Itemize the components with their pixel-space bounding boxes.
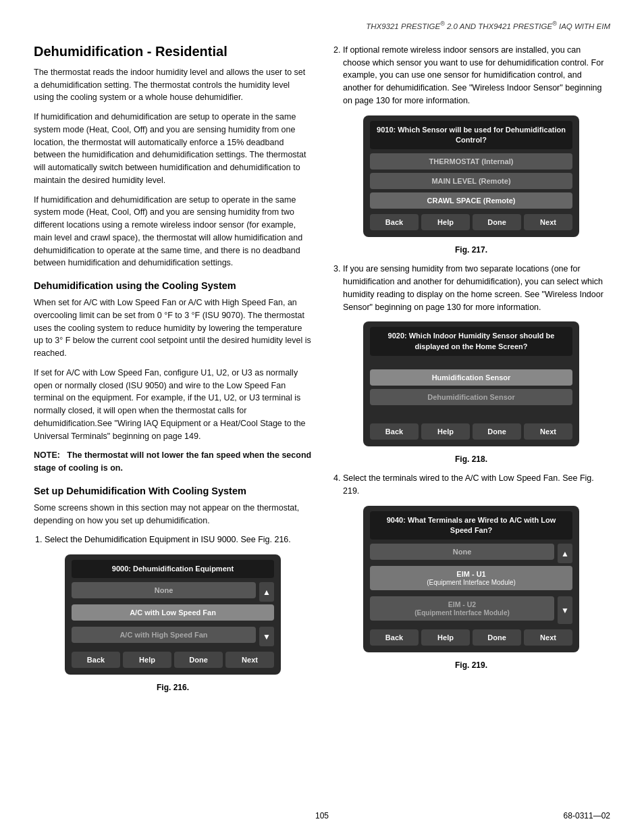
page-number: 105	[315, 811, 329, 820]
fig218-box: 9020: Which Indoor Humidity Sensor shoul…	[363, 321, 579, 446]
left-column: Dehumidification - Residential The therm…	[34, 44, 312, 701]
fig219-label: Fig. 219.	[332, 660, 610, 670]
note-text: NOTE: The thermostat will not lower the …	[34, 449, 312, 475]
fig216-item-high[interactable]: A/C with High Speed Fan	[72, 627, 256, 643]
fig219-item-none[interactable]: None	[370, 544, 554, 560]
page-header: THX9321 PRESTIGE® 2.0 AND THX9421 PRESTI…	[34, 20, 610, 30]
right-column: If optional remote wireless indoor senso…	[332, 44, 610, 701]
fig219-item-eim-u1[interactable]: EIM - U1(Equipment Interface Module)	[370, 566, 572, 590]
fig219-help-btn[interactable]: Help	[421, 629, 470, 646]
fig217-item-crawl[interactable]: CRAWL SPACE (Remote)	[370, 192, 572, 209]
fig219-scroll-row3: EIM - U2(Equipment Interface Module) ▼	[370, 596, 572, 624]
fig219-box: 9040: What Terminals are Wired to A/C wi…	[363, 506, 579, 653]
section2-intro: Some screens shown in this section may n…	[34, 502, 312, 527]
fig217-next-btn[interactable]: Next	[524, 214, 572, 230]
fig216-scroll-row3: A/C with High Speed Fan ▼	[72, 627, 274, 646]
fig216-box: 9000: Dehumidification Equipment None ▲ …	[65, 554, 281, 675]
fig216-scroll-row1: None ▲	[72, 582, 274, 602]
fig216-scroll: None ▲ A/C with Low Speed Fan A/C with H…	[72, 582, 274, 646]
fig217-item-thermo[interactable]: THERMOSTAT (Internal)	[370, 153, 572, 170]
steps-list: Select the Dehumidification Equipment in…	[34, 533, 312, 546]
body-para-3: If humidification and dehumidification a…	[34, 194, 312, 270]
fig218-next-btn[interactable]: Next	[524, 423, 572, 440]
fig217-help-btn[interactable]: Help	[421, 214, 470, 230]
header-title: THX9321 PRESTIGE® 2.0 AND THX9421 PRESTI…	[366, 22, 610, 30]
step3: If you are sensing humidity from two sep…	[343, 263, 610, 313]
right-steps-list-3: Select the terminals wired to the A/C wi…	[332, 472, 610, 498]
body-para-2: If humidification and dehumidification a…	[34, 111, 312, 187]
fig216-help-btn[interactable]: Help	[123, 652, 171, 668]
fig216-scroll-up[interactable]: ▲	[259, 582, 274, 602]
fig219-title: 9040: What Terminals are Wired to A/C wi…	[370, 511, 572, 540]
fig218-nav: Back Help Done Next	[370, 423, 572, 440]
fig219-scroll-up[interactable]: ▲	[558, 544, 572, 563]
fig216-item-low[interactable]: A/C with Low Speed Fan	[72, 604, 274, 621]
fig217-label: Fig. 217.	[332, 245, 610, 255]
fig219-back-btn[interactable]: Back	[370, 629, 419, 646]
fig216-back-btn[interactable]: Back	[72, 652, 120, 668]
fig216-nav: Back Help Done Next	[72, 652, 274, 668]
fig217-done-btn[interactable]: Done	[473, 214, 521, 230]
right-steps-list: If optional remote wireless indoor senso…	[332, 44, 610, 107]
step4: Select the terminals wired to the A/C wi…	[343, 472, 610, 498]
fig217-title: 9010: Which Sensor will be used for Dehu…	[370, 121, 572, 150]
section2-title: Set up Dehumidification With Cooling Sys…	[34, 486, 312, 496]
fig218-item-dehumidification[interactable]: Dehumidification Sensor	[370, 389, 572, 405]
fig216-label: Fig. 216.	[34, 683, 312, 692]
main-content: Dehumidification - Residential The therm…	[34, 44, 610, 701]
section1-para-2: If set for A/C with Low Speed Fan, confi…	[34, 367, 312, 443]
fig218-help-btn[interactable]: Help	[421, 423, 470, 440]
fig216-next-btn[interactable]: Next	[225, 652, 274, 668]
fig216-scroll-down[interactable]: ▼	[259, 627, 274, 646]
fig219-next-btn[interactable]: Next	[524, 629, 572, 646]
fig219-nav: Back Help Done Next	[370, 629, 572, 646]
fig216-title: 9000: Dehumidification Equipment	[72, 560, 274, 578]
fig217-box: 9010: Which Sensor will be used for Dehu…	[363, 115, 579, 238]
fig219-item-eim-u2[interactable]: EIM - U2(Equipment Interface Module)	[370, 596, 554, 621]
fig217-back-btn[interactable]: Back	[370, 214, 419, 230]
page-container: THX9321 PRESTIGE® 2.0 AND THX9421 PRESTI…	[0, 0, 644, 834]
step2: If optional remote wireless indoor senso…	[343, 44, 610, 107]
fig218-label: Fig. 218.	[332, 454, 610, 464]
step1: Select the Dehumidification Equipment in…	[45, 533, 312, 546]
main-title: Dehumidification - Residential	[34, 44, 312, 59]
right-steps-list-2: If you are sensing humidity from two sep…	[332, 263, 610, 313]
fig218-done-btn[interactable]: Done	[473, 423, 521, 440]
fig219-scroll-row1: None ▲	[370, 544, 572, 563]
fig219-scroll-down[interactable]: ▼	[558, 596, 572, 624]
section1-para-1: When set for A/C with Low Speed Fan or A…	[34, 296, 312, 360]
fig219-scroll: None ▲ EIM - U1(Equipment Interface Modu…	[370, 544, 572, 624]
body-para-1: The thermostat reads the indoor humidity…	[34, 66, 312, 104]
fig219-done-btn[interactable]: Done	[473, 629, 521, 646]
fig217-item-main[interactable]: MAIN LEVEL (Remote)	[370, 173, 572, 189]
fig216-done-btn[interactable]: Done	[174, 652, 223, 668]
doc-id: 68-0311—02	[564, 811, 610, 820]
fig216-item-none[interactable]: None	[72, 582, 256, 598]
fig218-item-humidification[interactable]: Humidification Sensor	[370, 369, 572, 386]
fig218-title: 9020: Which Indoor Humidity Sensor shoul…	[370, 327, 572, 356]
fig217-nav: Back Help Done Next	[370, 214, 572, 230]
section1-title: Dehumidification using the Cooling Syste…	[34, 280, 312, 291]
fig218-back-btn[interactable]: Back	[370, 423, 419, 440]
